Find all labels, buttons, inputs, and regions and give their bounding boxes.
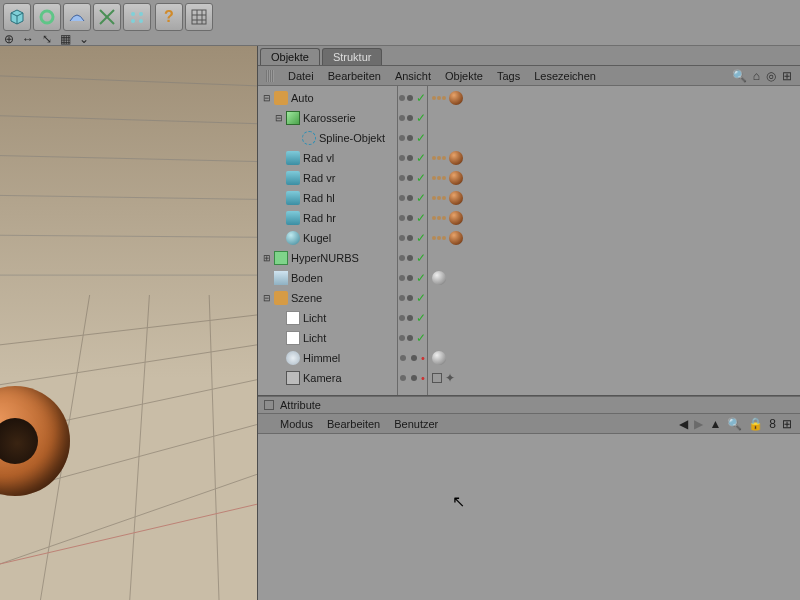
expand-icon[interactable]: ⊞	[782, 417, 792, 431]
3d-viewport[interactable]	[0, 46, 258, 600]
render-vis-dot-icon[interactable]	[407, 295, 413, 301]
render-vis-dot-icon[interactable]	[411, 355, 417, 361]
render-vis-dot-icon[interactable]	[407, 275, 413, 281]
phong-tag-icon[interactable]	[432, 156, 446, 160]
visibility-row[interactable]: ✓	[398, 268, 427, 288]
editor-vis-dot-icon[interactable]	[399, 135, 405, 141]
phong-tag-icon[interactable]	[432, 96, 446, 100]
tag-row[interactable]	[428, 108, 800, 128]
tag-row[interactable]	[428, 308, 800, 328]
visibility-row[interactable]: ✓	[398, 128, 427, 148]
compositing-tag-icon[interactable]	[432, 373, 442, 383]
attr-menu-mode[interactable]: Modus	[280, 418, 313, 430]
object-visibility-column[interactable]: ✓✓✓✓✓✓✓✓✓✓✓✓✓••	[398, 86, 428, 395]
render-vis-dot-icon[interactable]	[407, 215, 413, 221]
tree-item-spline-objekt[interactable]: Spline-Objekt	[262, 128, 397, 148]
visibility-row[interactable]: ✓	[398, 228, 427, 248]
tag-row[interactable]	[428, 208, 800, 228]
enable-check-icon[interactable]: ✓	[416, 271, 426, 285]
material-tag-icon[interactable]	[432, 271, 446, 285]
attr-menu-user[interactable]: Benutzer	[394, 418, 438, 430]
visibility-row[interactable]: •	[398, 368, 427, 388]
editor-vis-dot-icon[interactable]	[399, 335, 405, 341]
menu-objects[interactable]: Objekte	[445, 70, 483, 82]
expand-toggle-icon[interactable]: ⊟	[274, 113, 283, 123]
visibility-row[interactable]: ✓	[398, 108, 427, 128]
material-tag-icon[interactable]	[449, 91, 463, 105]
tag-row[interactable]	[428, 348, 800, 368]
phong-tag-icon[interactable]	[432, 176, 446, 180]
tag-row[interactable]	[428, 328, 800, 348]
enable-check-icon[interactable]: •	[421, 372, 425, 384]
editor-vis-dot-icon[interactable]	[399, 95, 405, 101]
visibility-row[interactable]: ✓	[398, 308, 427, 328]
visibility-row[interactable]: ✓	[398, 148, 427, 168]
phong-tag-icon[interactable]	[432, 216, 446, 220]
material-tag-icon[interactable]	[449, 191, 463, 205]
editor-vis-dot-icon[interactable]	[399, 175, 405, 181]
lock-icon[interactable]: 🔒	[748, 417, 763, 431]
render-vis-dot-icon[interactable]	[411, 375, 417, 381]
enable-check-icon[interactable]: ✓	[416, 91, 426, 105]
object-tags-column[interactable]: ✦	[428, 86, 800, 395]
tag-row[interactable]	[428, 248, 800, 268]
editor-vis-dot-icon[interactable]	[399, 215, 405, 221]
tree-item-boden[interactable]: Boden	[262, 268, 397, 288]
visibility-row[interactable]: ✓	[398, 88, 427, 108]
enable-check-icon[interactable]: •	[421, 352, 425, 364]
nav-move-icon[interactable]: ⊕	[4, 32, 14, 46]
tree-item-rad-vr[interactable]: Rad vr	[262, 168, 397, 188]
render-vis-dot-icon[interactable]	[407, 235, 413, 241]
expand-toggle-icon[interactable]: ⊟	[262, 293, 271, 303]
panel-grip-icon[interactable]	[266, 70, 274, 82]
grid-tool-button[interactable]	[185, 3, 213, 31]
tab-structure[interactable]: Struktur	[322, 48, 383, 65]
tab-objects[interactable]: Objekte	[260, 48, 320, 65]
eye-icon[interactable]: ◎	[766, 69, 776, 83]
material-tag-icon[interactable]	[432, 351, 446, 365]
search-icon[interactable]: 🔍	[732, 69, 747, 83]
tag-row[interactable]	[428, 168, 800, 188]
editor-vis-dot-icon[interactable]	[399, 275, 405, 281]
target-tag-icon[interactable]: ✦	[445, 371, 455, 385]
expand-toggle-icon[interactable]: ⊟	[262, 93, 271, 103]
editor-vis-dot-icon[interactable]	[399, 115, 405, 121]
visibility-row[interactable]: ✓	[398, 188, 427, 208]
nurbs-primitive-button[interactable]	[63, 3, 91, 31]
material-tag-icon[interactable]	[449, 171, 463, 185]
render-vis-dot-icon[interactable]	[407, 255, 413, 261]
visibility-row[interactable]: ✓	[398, 288, 427, 308]
phong-tag-icon[interactable]	[432, 236, 446, 240]
menu-file[interactable]: Datei	[288, 70, 314, 82]
enable-check-icon[interactable]: ✓	[416, 231, 426, 245]
nav-zoom-icon[interactable]: ⤡	[42, 32, 52, 46]
search-icon[interactable]: 🔍	[727, 417, 742, 431]
render-vis-dot-icon[interactable]	[407, 335, 413, 341]
editor-vis-dot-icon[interactable]	[399, 155, 405, 161]
editor-vis-dot-icon[interactable]	[399, 315, 405, 321]
visibility-row[interactable]: ✓	[398, 208, 427, 228]
enable-check-icon[interactable]: ✓	[416, 131, 426, 145]
nav-pan-icon[interactable]: ↔	[22, 32, 34, 46]
array-tool-button[interactable]	[93, 3, 121, 31]
tag-row[interactable]	[428, 148, 800, 168]
material-tag-icon[interactable]	[449, 231, 463, 245]
menu-tags[interactable]: Tags	[497, 70, 520, 82]
deformer-tool-button[interactable]	[123, 3, 151, 31]
editor-vis-dot-icon[interactable]	[400, 375, 406, 381]
visibility-row[interactable]: ✓	[398, 328, 427, 348]
render-vis-dot-icon[interactable]	[407, 95, 413, 101]
render-vis-dot-icon[interactable]	[407, 175, 413, 181]
nav-dropdown-icon[interactable]: ⌄	[79, 32, 89, 46]
home-icon[interactable]: ⌂	[753, 69, 760, 83]
attr-menu-edit[interactable]: Bearbeiten	[327, 418, 380, 430]
tree-item-szene[interactable]: ⊟ Szene	[262, 288, 397, 308]
tag-row[interactable]	[428, 288, 800, 308]
tag-row[interactable]	[428, 88, 800, 108]
tag-row[interactable]	[428, 188, 800, 208]
attribute-manager-body[interactable]	[258, 434, 800, 600]
object-tree[interactable]: ⊟ Auto⊟ Karosserie Spline-Objekt Rad vl …	[258, 86, 398, 395]
phong-tag-icon[interactable]	[432, 196, 446, 200]
enable-check-icon[interactable]: ✓	[416, 331, 426, 345]
render-vis-dot-icon[interactable]	[407, 195, 413, 201]
